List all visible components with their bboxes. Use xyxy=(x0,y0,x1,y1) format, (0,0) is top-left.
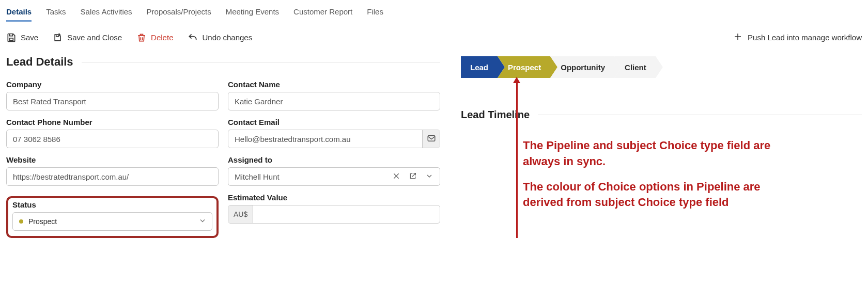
estimated-value-input-wrap[interactable]: AU$ xyxy=(228,205,440,224)
contact-email-input-wrap[interactable] xyxy=(228,130,440,148)
stage-label: Prospect xyxy=(508,63,541,72)
right-panel: Lead Prospect Opportunity Client xyxy=(461,55,862,128)
tab-proposals-projects[interactable]: Proposals/Projects xyxy=(147,5,211,22)
website-field: Website xyxy=(6,155,219,186)
tab-details[interactable]: Details xyxy=(6,5,32,22)
stage-notch-shape xyxy=(498,56,505,78)
assigned-to-value: Mitchell Hunt xyxy=(228,168,387,185)
save-button[interactable]: Save xyxy=(6,33,38,43)
lead-timeline-heading: Lead Timeline xyxy=(461,109,530,121)
save-and-close-button[interactable]: Save and Close xyxy=(53,33,122,43)
assigned-to-label: Assigned to xyxy=(228,155,440,164)
contact-email-input[interactable] xyxy=(228,130,422,148)
toolbar-left: Save Save and Close Delete Undo changes xyxy=(6,33,252,43)
company-field: Company xyxy=(6,80,219,110)
save-close-icon xyxy=(53,33,63,43)
status-colour-dot xyxy=(19,219,23,224)
assigned-to-input-wrap[interactable]: Mitchell Hunt xyxy=(228,167,440,186)
send-email-button[interactable] xyxy=(422,130,440,148)
heading-rule xyxy=(538,115,862,115)
svg-marker-7 xyxy=(614,56,622,78)
toolbar-right: Push Lead into manage workflow xyxy=(733,32,862,43)
assigned-to-field: Assigned to Mitchell Hunt xyxy=(228,155,440,186)
undo-icon xyxy=(188,33,198,43)
svg-rect-1 xyxy=(428,135,435,141)
tab-meeting-events[interactable]: Meeting Events xyxy=(226,5,279,22)
contact-phone-input[interactable] xyxy=(7,130,218,148)
delete-button[interactable]: Delete xyxy=(136,33,173,43)
tab-files[interactable]: Files xyxy=(367,5,383,22)
annotation-text: The Pipeline and subject Choice type fie… xyxy=(523,138,792,211)
lead-timeline-heading-row: Lead Timeline xyxy=(461,109,862,121)
stage-label: Client xyxy=(625,63,646,72)
tab-customer-report[interactable]: Customer Report xyxy=(293,5,352,22)
pipeline-stage-opportunity[interactable]: Opportunity xyxy=(557,56,622,78)
save-close-label: Save and Close xyxy=(67,33,122,42)
chevron-down-icon[interactable] xyxy=(425,172,435,181)
delete-label: Delete xyxy=(151,33,173,42)
website-input[interactable] xyxy=(7,168,218,185)
status-label: Status xyxy=(12,200,212,209)
company-label: Company xyxy=(6,80,219,89)
lead-details-panel: Lead Details Company Contact Name xyxy=(6,55,440,238)
lead-details-heading: Lead Details xyxy=(6,55,73,69)
tab-bar: Details Tasks Sales Activities Proposals… xyxy=(6,0,862,25)
company-input-wrap[interactable] xyxy=(6,92,219,110)
annotation-arrow-line-v xyxy=(516,82,518,238)
pipeline-stage-client[interactable]: Client xyxy=(622,56,663,78)
undo-changes-button[interactable]: Undo changes xyxy=(188,33,252,43)
lead-form-grid: Company Contact Name Contact Phone Numbe… xyxy=(6,80,440,238)
status-select[interactable]: Prospect xyxy=(12,212,212,231)
svg-marker-8 xyxy=(656,56,663,78)
stage-label: Opportunity xyxy=(561,63,605,72)
save-icon xyxy=(6,33,17,43)
stage-label: Lead xyxy=(470,63,488,72)
stage-notch-shape xyxy=(550,56,557,78)
heading-rule xyxy=(82,62,440,62)
open-external-icon[interactable] xyxy=(409,172,418,181)
app-page: Details Tasks Sales Activities Proposals… xyxy=(0,0,868,238)
status-field: Status Prospect xyxy=(12,201,212,231)
toolbar: Save Save and Close Delete Undo changes xyxy=(6,25,862,55)
push-workflow-label: Push Lead into manage workflow xyxy=(748,33,862,42)
contact-phone-input-wrap[interactable] xyxy=(6,130,219,148)
svg-rect-0 xyxy=(10,38,13,40)
contact-name-input-wrap[interactable] xyxy=(228,92,440,110)
contact-email-label: Contact Email xyxy=(228,118,440,126)
website-label: Website xyxy=(6,155,219,164)
svg-marker-5 xyxy=(550,56,557,78)
annotation-line-2: The colour of Choice options in Pipeline… xyxy=(523,179,792,211)
annotation-line-1: The Pipeline and subject Choice type fie… xyxy=(523,138,792,170)
pipeline-stages: Lead Prospect Opportunity Client xyxy=(461,56,862,78)
trash-icon xyxy=(136,33,147,43)
currency-prefix: AU$ xyxy=(228,205,253,223)
contact-name-field: Contact Name xyxy=(228,80,440,110)
assigned-to-actions xyxy=(387,168,440,185)
estimated-value-label: Estimated Value xyxy=(228,193,440,202)
content-row: Lead Details Company Contact Name xyxy=(6,55,862,238)
tab-tasks[interactable]: Tasks xyxy=(46,5,66,22)
svg-marker-3 xyxy=(498,56,505,78)
contact-name-input[interactable] xyxy=(228,92,440,110)
tab-sales-activities[interactable]: Sales Activities xyxy=(81,5,132,22)
company-input[interactable] xyxy=(7,92,218,110)
pipeline-stage-prospect[interactable]: Prospect xyxy=(505,56,557,78)
contact-name-label: Contact Name xyxy=(228,80,440,89)
website-input-wrap[interactable] xyxy=(6,167,219,186)
contact-phone-field: Contact Phone Number xyxy=(6,118,219,148)
estimated-value-input[interactable] xyxy=(253,205,440,223)
mail-icon xyxy=(427,134,436,145)
contact-email-field: Contact Email xyxy=(228,118,440,148)
status-value: Prospect xyxy=(28,217,57,226)
push-workflow-button[interactable]: Push Lead into manage workflow xyxy=(733,32,862,42)
undo-label: Undo changes xyxy=(202,33,252,42)
lead-details-heading-row: Lead Details xyxy=(6,55,440,69)
stage-arrow-shape xyxy=(656,56,663,78)
clear-icon[interactable] xyxy=(392,172,401,181)
estimated-value-field: Estimated Value AU$ xyxy=(228,193,440,238)
status-highlight-box: Status Prospect xyxy=(6,196,219,238)
plus-icon xyxy=(733,32,743,42)
contact-phone-label: Contact Phone Number xyxy=(6,118,219,126)
stage-notch-shape xyxy=(614,56,622,78)
status-select-value-row: Prospect xyxy=(13,213,212,230)
